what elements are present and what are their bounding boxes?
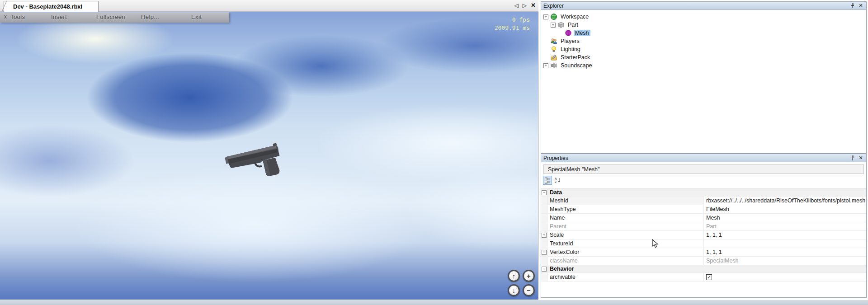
window-bottom-frame [0,300,868,305]
expander-icon[interactable]: + [551,23,556,28]
alphabetical-sort-button[interactable]: A Z [553,176,562,185]
expander-icon[interactable]: + [543,63,548,68]
property-row-textureid: TextureId [541,239,866,248]
svg-text:Z: Z [555,180,557,183]
menu-item-help[interactable]: Help... [141,14,159,20]
property-name: className [547,257,703,265]
expander-icon[interactable]: + [543,14,548,19]
property-value[interactable]: SpecialMesh [703,257,866,265]
tree-item-label[interactable]: Part [566,22,580,28]
menubar-close-icon[interactable]: x [4,14,7,20]
properties-close-icon[interactable]: ✕ [858,155,864,161]
section-collapse-icon[interactable]: − [542,267,547,272]
players-icon [550,38,557,45]
archivable-checkbox[interactable]: ✓ [706,274,712,280]
menu-item-tools[interactable]: Tools [10,14,25,20]
explorer-panel: Explorer ✕ +Workspace+PartMeshPlayersLig… [541,1,867,154]
property-value[interactable]: Mesh [703,214,866,222]
tree-item-label[interactable]: Soundscape [559,62,594,69]
property-row-vertexcolor: +VertexColor1, 1, 1 [541,248,866,257]
tree-item-workspace[interactable]: +Workspace [541,13,866,21]
tree-item-label[interactable]: StarterPack [559,54,591,61]
properties-pin-icon[interactable] [849,155,856,161]
tree-item-label[interactable]: Workspace [559,14,590,20]
row-margin [541,273,547,281]
menu-item-exit[interactable]: Exit [191,14,202,20]
tab-scroll-controls: ◁ ▷ ✕ [514,2,536,9]
pistol-mesh [225,141,290,180]
tree-item-label[interactable]: Players [559,38,581,44]
workspace-icon [550,13,557,20]
section-collapse-icon[interactable]: − [542,190,547,195]
property-section-data[interactable]: −Data [541,189,866,197]
camera-tilt-up-button[interactable]: ↑ [508,270,520,282]
part-icon [557,21,565,28]
explorer-close-icon[interactable]: ✕ [858,3,864,9]
camera-zoom-out-button[interactable]: − [523,284,535,296]
docked-panels: Explorer ✕ +Workspace+PartMeshPlayersLig… [539,0,868,300]
property-row-classname: classNameSpecialMesh [541,257,866,265]
starterpack-icon [550,54,557,61]
property-value[interactable]: Part [703,222,866,230]
tree-item-players[interactable]: Players [541,37,866,45]
property-value[interactable]: 1, 1, 1 [703,248,866,256]
tree-item-lighting[interactable]: Lighting [541,45,866,53]
soundscape-icon [550,62,557,69]
lighting-icon [550,46,557,53]
property-row-parent: ParentPart [541,222,866,231]
property-value[interactable]: 1, 1, 1 [703,231,866,239]
camera-tilt-down-button[interactable]: ↓ [508,284,520,296]
row-margin [541,239,547,248]
property-section-behavior[interactable]: −Behavior [541,265,866,273]
fps-value: 0 fps [495,16,530,24]
tab-close-icon[interactable]: ✕ [531,2,536,9]
tree-item-starterpack[interactable]: StarterPack [541,53,866,61]
fps-counter: 0 fps 2009.91 ms [495,16,530,32]
row-margin: + [541,231,547,239]
property-row-archivable: archivable✓ [541,273,866,282]
menu-item-insert[interactable]: Insert [51,14,67,20]
property-value[interactable]: ✓ [703,273,866,281]
property-name: archivable [547,273,703,281]
property-name: MeshType [547,205,703,213]
svg-text:A: A [555,177,557,180]
property-name: TextureId [547,239,703,248]
document-tab-title: Dev - Baseplate2048.rbxl [13,3,82,10]
property-row-meshid: MeshIdrbxasset://../../../shareddata/Ris… [541,197,866,205]
tree-item-mesh[interactable]: Mesh [541,29,866,37]
property-name: Parent [547,222,703,230]
property-value[interactable] [703,239,866,248]
document-tab-strip: Dev - Baseplate2048.rbxl ◁ ▷ ✕ [0,0,538,12]
tab-slant-edge [1,1,7,12]
row-margin: + [541,248,547,256]
property-value[interactable]: FileMesh [703,205,866,213]
row-margin [541,197,547,205]
tree-item-part[interactable]: +Part [541,21,866,29]
explorer-tree: +Workspace+PartMeshPlayersLightingStarte… [541,10,866,153]
property-row-name: NameMesh [541,214,866,222]
categorized-view-button[interactable] [543,176,552,185]
roblox-studio-window: Dev - Baseplate2048.rbxl ◁ ▷ ✕ [0,0,868,305]
tree-item-label[interactable]: Mesh [574,30,590,36]
menu-item-fullscreen[interactable]: Fullscreen [96,14,125,20]
row-margin [541,257,547,265]
row-margin [541,214,547,222]
properties-panel: Properties ✕ SpecialMesh "Mesh" [541,154,867,298]
property-value[interactable]: rbxasset://../../../shareddata/RiseOfThe… [703,197,866,205]
section-name: Behavior [547,266,574,272]
tab-scroll-right-icon[interactable]: ▷ [523,2,527,9]
camera-zoom-in-button[interactable]: + [523,270,535,282]
tree-item-soundscape[interactable]: +Soundscape [541,61,866,70]
property-name: MeshId [547,197,703,205]
tab-scroll-left-icon[interactable]: ◁ [514,2,519,9]
property-name: Scale [547,231,703,239]
explorer-pin-icon[interactable] [849,3,856,9]
tree-item-label[interactable]: Lighting [559,46,582,52]
properties-grid: −DataMeshIdrbxasset://../../../shareddat… [541,188,866,297]
property-expand-icon[interactable]: + [542,233,547,238]
explorer-title: Explorer [543,3,564,9]
3d-viewport[interactable]: x Tools Insert Fullscreen Help... Exit 0… [0,12,538,300]
document-tab[interactable]: Dev - Baseplate2048.rbxl [4,1,99,12]
explorer-header: Explorer ✕ [541,2,866,10]
property-expand-icon[interactable]: + [542,250,547,255]
